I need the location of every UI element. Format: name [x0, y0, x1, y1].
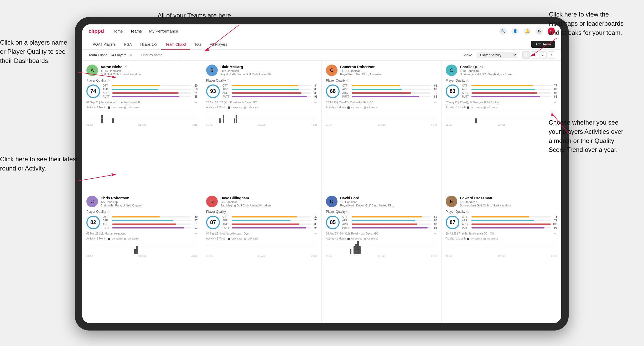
quality-circle[interactable]: 87: [206, 216, 220, 229]
chart-bar-empty: [460, 254, 462, 254]
stats-grid: OTT 60 APP 77 ARG 81 PUTT 91: [103, 215, 198, 229]
chart-bar-empty: [140, 123, 141, 123]
stat-arg: ARG 83: [342, 223, 437, 226]
chart-bar-empty: [464, 123, 466, 123]
recent-round[interactable]: 19 Jul 23 | 74 (+4), Sunningdale GC - Ol…: [446, 231, 557, 236]
player-card[interactable]: E Edward Crossman 1-5 Handicap Sunningda…: [442, 192, 561, 323]
chart-bar-empty: [457, 123, 458, 123]
show-select[interactable]: Player Activity Quality Score Trend: [477, 52, 517, 58]
recent-round[interactable]: 26 Aug 23 | 84 (+12), Royal North Devon …: [326, 231, 437, 236]
player-name[interactable]: David Ford: [340, 196, 437, 200]
chart-bar-empty: [346, 123, 348, 123]
stat-putt: PUTT 85: [342, 95, 437, 98]
settings-icon[interactable]: ⚙: [536, 28, 543, 35]
tab-all-players[interactable]: All Players: [206, 40, 231, 50]
recent-round[interactable]: 04 Sep 23 | Mobility with coach, Gym →: [206, 231, 317, 236]
quality-circle[interactable]: 74: [86, 84, 100, 98]
recent-round[interactable]: 26 Aug 23 | 73 (+1), Royal North Devon G…: [206, 100, 317, 104]
chart-bar-empty: [344, 254, 346, 254]
chart-bar-empty: [495, 123, 497, 123]
chart-bar-empty: [223, 254, 224, 254]
recent-round[interactable]: 02 Sep 23 | Sunset round to get back int…: [86, 100, 198, 104]
chart-bar-empty: [138, 254, 139, 254]
chart-bar-empty: [221, 254, 222, 254]
off-course-label: Off course: [248, 106, 258, 109]
bell-icon[interactable]: 🔔: [523, 28, 531, 35]
user-icon[interactable]: 👤: [511, 28, 519, 35]
ipad-frame: clippd Home Teams My Performance 🔍 👤 🔔 ⚙…: [75, 17, 569, 331]
stat-ott: OTT 60: [103, 215, 198, 218]
chart-bar-empty: [374, 123, 375, 123]
chart-bar-empty: [123, 123, 125, 123]
chart-bar: [101, 115, 103, 123]
recent-round[interactable]: 02 Jul 23 | 59 (+17), Craigmillar Park G…: [326, 100, 437, 104]
quality-label: Player Quality ⓘ: [206, 210, 317, 214]
player-name[interactable]: Edward Crossman: [460, 196, 557, 200]
chart-bar-empty: [363, 123, 364, 123]
quality-circle[interactable]: 93: [206, 84, 220, 98]
recent-round[interactable]: 03 Mar 23 | 19. Must make putting →: [86, 231, 198, 236]
on-course-legend: [347, 107, 350, 109]
player-card[interactable]: D David Ford 1-5 Handicap Royal North De…: [322, 192, 442, 323]
chart-bar-empty: [127, 123, 128, 123]
recent-round[interactable]: 07 Aug 23 | 77 (+7), St George's Hill GC…: [446, 100, 557, 104]
nav-my-performance[interactable]: My Performance: [149, 29, 178, 33]
tab-hcaps[interactable]: Hcaps 1-5: [136, 40, 161, 50]
chart-bar-empty: [208, 254, 210, 254]
add-team-button[interactable]: Add Team: [531, 41, 555, 48]
chart-bar-empty: [470, 123, 471, 123]
player-card[interactable]: C Charlie Quick 6-10 Handicap St. George…: [442, 61, 561, 192]
tab-pgat[interactable]: PGAT Players: [89, 40, 120, 50]
grid-view-icon[interactable]: ⊞: [522, 51, 530, 59]
team-header: Team Clippd | 14 Players ✏ Show: Player …: [82, 50, 561, 61]
sort-icon[interactable]: ↕: [548, 51, 555, 59]
quality-circle[interactable]: 87: [446, 216, 459, 229]
player-name[interactable]: Dave Billingham: [220, 196, 317, 200]
off-course-legend: [244, 107, 246, 109]
filter-input[interactable]: [138, 52, 180, 58]
edit-icon[interactable]: ✏: [129, 53, 133, 57]
player-card[interactable]: D Dave Billingham 1-5 Handicap Sag Magin…: [202, 192, 322, 323]
mini-chart: [446, 110, 557, 123]
round-arrow-icon: →: [553, 100, 557, 104]
ipad-screen: clippd Home Teams My Performance 🔍 👤 🔔 ⚙…: [82, 24, 561, 323]
list-view-icon[interactable]: ≡: [531, 51, 538, 59]
quality-circle[interactable]: 82: [86, 216, 100, 229]
chart-bar-empty: [366, 123, 368, 123]
quality-circle[interactable]: 83: [446, 84, 459, 98]
player-name[interactable]: Blair McHarg: [220, 65, 317, 69]
tab-pga[interactable]: PGA: [120, 40, 136, 50]
chart-bar-empty: [499, 254, 501, 254]
player-card[interactable]: C Cameron Robertson 11-15 Handicap Royal…: [322, 61, 442, 192]
player-name[interactable]: Charlie Quick: [460, 65, 557, 69]
player-card[interactable]: B Blair McHarg Plus Handicap Royal North…: [202, 61, 322, 192]
chart-bar-empty: [225, 123, 226, 123]
player-name[interactable]: Chris Robertson: [101, 196, 198, 200]
stat-ott: OTT 60: [103, 84, 198, 87]
chart-labels: 31 Jul 21 Aug 4 Sep: [326, 255, 437, 257]
nav-home[interactable]: Home: [112, 29, 123, 33]
tab-tour[interactable]: Tour: [190, 40, 206, 50]
off-course-legend: [124, 238, 126, 240]
player-name[interactable]: Cameron Robertson: [340, 65, 437, 69]
tab-team-clippd[interactable]: Team Clippd: [161, 40, 190, 50]
team-label: Team Clippd | 14 Players: [89, 53, 126, 57]
stat-arg: ARG 88: [222, 92, 317, 94]
chart-bar-empty: [120, 123, 121, 123]
quality-circle[interactable]: 68: [326, 84, 340, 98]
chart-bar-empty: [348, 254, 350, 254]
player-card[interactable]: C Chris Robertson 1-5 Handicap Craigmill…: [82, 192, 202, 323]
player-card[interactable]: A Aaron Nicholls 11-15 Handicap Drift Go…: [82, 61, 202, 192]
chart-bar-empty: [379, 254, 381, 254]
search-icon[interactable]: 🔍: [499, 28, 507, 35]
chart-bar-empty: [88, 254, 90, 254]
chart-bar-empty: [248, 254, 250, 254]
quality-circle[interactable]: 85: [326, 216, 340, 229]
nav-teams[interactable]: Teams: [130, 29, 142, 33]
chart-bar-empty: [99, 254, 101, 254]
filter-icon[interactable]: ▽: [539, 51, 547, 59]
chart-bar-empty: [377, 254, 379, 254]
quality-row: 82 OTT 60 APP 77 ARG 81 PUT: [86, 215, 198, 229]
player-name[interactable]: Aaron Nicholls: [101, 65, 198, 69]
chart-bar-empty: [330, 123, 331, 123]
